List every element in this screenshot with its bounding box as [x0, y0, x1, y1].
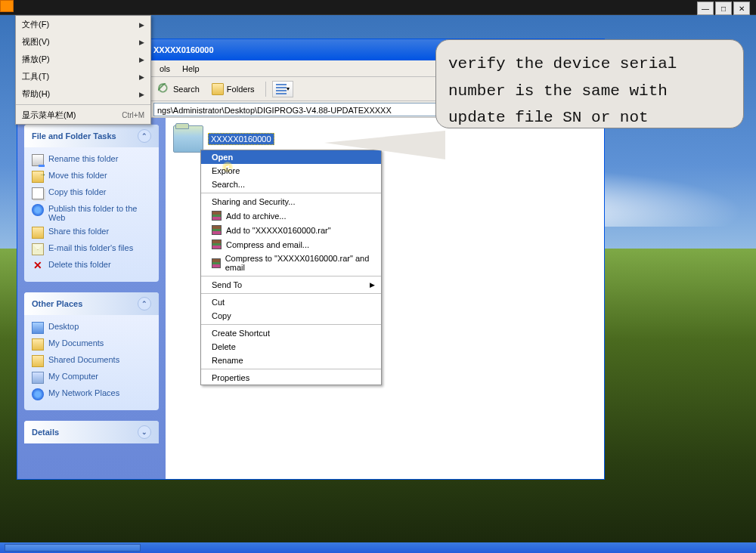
- chevron-right-icon: ▶: [370, 281, 375, 289]
- ctx-cut[interactable]: Cut: [201, 295, 381, 309]
- delete-icon: ✕: [32, 260, 44, 272]
- folders-icon: [212, 83, 224, 95]
- ctx-send-to[interactable]: Send To▶: [201, 278, 381, 292]
- folder-label: XXXXX0160000: [208, 133, 274, 145]
- menu-file[interactable]: 文件(F)▶: [16, 16, 150, 33]
- context-menu: Open ↖ Explore Search... Sharing and Sec…: [200, 150, 382, 385]
- ctx-explore[interactable]: Explore: [201, 164, 381, 178]
- taskbar[interactable]: [0, 542, 756, 553]
- task-email[interactable]: E-mail this folder's files: [32, 241, 151, 258]
- ctx-add-archive[interactable]: Add to archive...: [201, 209, 381, 223]
- task-move[interactable]: Move this folder: [32, 168, 151, 185]
- maximize-button[interactable]: □: [715, 2, 732, 15]
- menu-tools[interactable]: 工具(T)▶: [16, 68, 150, 85]
- rename-icon: [32, 154, 44, 166]
- file-tasks-header[interactable]: File and Folder Tasks⌃: [24, 125, 159, 147]
- rar-icon: [212, 225, 222, 235]
- task-delete[interactable]: ✕Delete this folder: [32, 258, 151, 274]
- ctx-properties[interactable]: Properties: [201, 371, 381, 385]
- details-panel: Details⌄: [24, 421, 159, 443]
- ctx-create-shortcut[interactable]: Create Shortcut: [201, 326, 381, 340]
- taskbar-item[interactable]: [5, 544, 141, 551]
- network-icon: [32, 388, 44, 400]
- share-icon: [32, 227, 44, 239]
- menu-play[interactable]: 播放(P)▶: [16, 51, 150, 68]
- minimize-button[interactable]: —: [697, 2, 714, 15]
- place-network[interactable]: My Network Places: [32, 386, 151, 403]
- folder-item-selected[interactable]: XXXXX0160000: [173, 125, 274, 153]
- mydocs-icon: [32, 338, 44, 351]
- file-folder-tasks-panel: File and Folder Tasks⌃ Rename this folde…: [24, 125, 159, 282]
- ctx-copy[interactable]: Copy: [201, 309, 381, 323]
- shared-icon: [32, 355, 44, 367]
- chevron-up-icon: ⌃: [138, 297, 151, 310]
- rar-icon: [212, 211, 222, 221]
- explorer-side-panel: File and Folder Tasks⌃ Rename this folde…: [17, 118, 166, 479]
- task-publish[interactable]: Publish this folder to the Web: [32, 202, 151, 224]
- desktop-icon: [32, 322, 44, 334]
- folder-icon: [173, 125, 203, 153]
- menu-view[interactable]: 视图(V)▶: [16, 33, 150, 51]
- other-places-header[interactable]: Other Places⌃: [24, 292, 159, 315]
- views-icon: [276, 84, 287, 94]
- rar-icon: [212, 239, 222, 249]
- email-icon: [32, 243, 44, 255]
- ctx-add-to[interactable]: Add to "XXXXX0160000.rar": [201, 223, 381, 237]
- rar-icon: [212, 258, 221, 268]
- move-icon: [32, 171, 44, 183]
- player-top-bar: ⠿: [0, 0, 756, 15]
- ctx-compress-email[interactable]: Compress and email...: [201, 237, 381, 252]
- place-mycomputer[interactable]: My Computer: [32, 369, 151, 386]
- copy-icon: [32, 187, 44, 199]
- task-copy[interactable]: Copy this folder: [32, 185, 151, 202]
- task-share[interactable]: Share this folder: [32, 224, 151, 241]
- menu-help[interactable]: Help: [176, 63, 206, 75]
- publish-icon: [32, 204, 44, 216]
- folders-button[interactable]: Folders: [207, 82, 259, 97]
- annotation-callout: verify the device serial number is the s…: [435, 39, 744, 128]
- player-logo-button[interactable]: [0, 0, 14, 12]
- details-header[interactable]: Details⌄: [24, 421, 159, 443]
- search-button[interactable]: Search: [153, 82, 204, 97]
- ctx-compress-to[interactable]: Compress to "XXXXX0160000.rar" and email: [201, 252, 381, 274]
- task-rename[interactable]: Rename this folder: [32, 152, 151, 168]
- ctx-sharing[interactable]: Sharing and Security...: [201, 195, 381, 209]
- window-controls: — □ ✕: [697, 2, 750, 15]
- menu-help[interactable]: 帮助(H)▶: [16, 85, 150, 103]
- mycomputer-icon: [32, 372, 44, 384]
- close-button[interactable]: ✕: [733, 2, 750, 15]
- menu-show-menubar[interactable]: 显示菜单栏(M)Ctrl+M: [16, 107, 150, 124]
- window-title: XXXXX0160000: [153, 45, 214, 54]
- place-desktop[interactable]: Desktop: [32, 320, 151, 336]
- chevron-up-icon: ⌃: [138, 129, 151, 143]
- chevron-down-icon: ⌄: [138, 425, 151, 439]
- place-mydocs[interactable]: My Documents: [32, 336, 151, 353]
- ctx-search[interactable]: Search...: [201, 178, 381, 191]
- search-icon: [158, 83, 170, 95]
- ctx-rename[interactable]: Rename: [201, 354, 381, 367]
- player-menu-dropdown: 文件(F)▶ 视图(V)▶ 播放(P)▶ 工具(T)▶ 帮助(H)▶ 显示菜单栏…: [15, 15, 151, 125]
- ctx-delete[interactable]: Delete: [201, 340, 381, 354]
- menu-tools-partial[interactable]: ols: [153, 63, 176, 75]
- views-button[interactable]: ▾: [272, 81, 293, 97]
- place-shared[interactable]: Shared Documents: [32, 353, 151, 369]
- other-places-panel: Other Places⌃ Desktop My Documents Share…: [24, 292, 159, 410]
